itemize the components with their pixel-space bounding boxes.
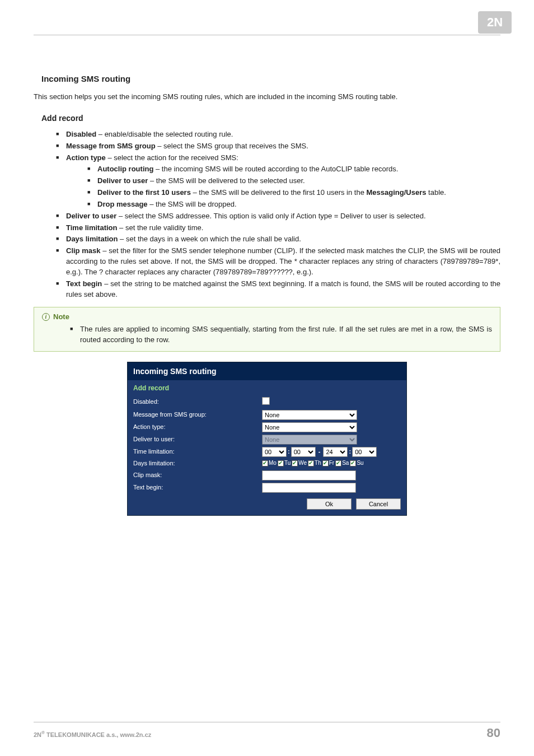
list-item: Drop message – the SMS will be dropped. xyxy=(87,199,500,210)
item-text: – select the action for the received SMS… xyxy=(106,153,238,162)
section-heading-add-record: Add record xyxy=(41,113,500,124)
item-text: – the SMS will be dropped. xyxy=(148,200,237,208)
list-item: Deliver to user – select the SMS address… xyxy=(56,211,500,222)
note-box: i Note The rules are applied to incoming… xyxy=(34,307,500,352)
msg-group-select[interactable]: None xyxy=(262,410,357,420)
time-h1-select[interactable]: 00 xyxy=(262,447,287,457)
add-record-list: Disabled – enable/disable the selected r… xyxy=(34,129,500,300)
day-checkbox-fr[interactable] xyxy=(322,460,329,466)
brand-logo: 2N xyxy=(478,11,512,34)
item-label: Deliver to user xyxy=(97,176,148,185)
day-label: We xyxy=(298,459,307,468)
item-label: Days limitation xyxy=(66,235,118,243)
day-checkbox-mo[interactable] xyxy=(262,460,268,466)
item-label: Autoclip routing xyxy=(97,165,153,173)
item-text: – select the SMS group that receives the… xyxy=(156,142,308,150)
list-item: Deliver to user – the SMS will be delive… xyxy=(87,176,500,186)
inner-list: Autoclip routing – the incoming SMS will… xyxy=(66,164,500,209)
day-label: Fr xyxy=(329,459,334,468)
item-label: Message from SMS group xyxy=(66,142,156,150)
intro-text: This section helps you set the incoming … xyxy=(34,92,500,102)
time-h2-select[interactable]: 24 xyxy=(323,447,348,457)
label-msg-group: Message from SMS group: xyxy=(133,410,262,419)
day-checkbox-su[interactable] xyxy=(350,460,356,466)
screenshot-panel: Incoming SMS routing Add record Disabled… xyxy=(127,362,407,516)
day-label: Su xyxy=(357,459,363,468)
item-label: Time limitation xyxy=(66,223,118,232)
svg-text:2N: 2N xyxy=(487,15,503,29)
item-label: Deliver to the first 10 users xyxy=(97,188,191,197)
list-item: Deliver to the first 10 users – the SMS … xyxy=(87,188,500,198)
colon-icon: : xyxy=(287,447,291,456)
day-label: Th xyxy=(315,459,321,468)
list-item: Message from SMS group – select the SMS … xyxy=(56,141,500,152)
day-checkbox-we[interactable] xyxy=(292,460,298,466)
item-text: – the SMS will be delivered to the selec… xyxy=(148,176,305,185)
label-days-limitation: Days limitation: xyxy=(133,459,262,468)
label-deliver-user: Deliver to user: xyxy=(133,435,262,444)
item-text: – select the SMS addressee. This option … xyxy=(116,212,425,220)
action-type-select[interactable]: None xyxy=(262,422,357,432)
item-text: – enable/disable the selected routing ru… xyxy=(96,130,233,138)
panel-subtitle: Add record xyxy=(128,380,406,395)
clip-mask-input[interactable] xyxy=(262,470,356,480)
item-label: Messaging/Users xyxy=(367,188,427,197)
note-title: Note xyxy=(53,312,69,323)
item-text: – set the rule validity time. xyxy=(118,223,204,232)
day-checkbox-tu[interactable] xyxy=(278,460,284,466)
item-label: Text begin xyxy=(66,279,102,288)
list-item: Autoclip routing – the incoming SMS will… xyxy=(87,164,500,175)
item-label: Clip mask xyxy=(66,246,101,255)
colon-icon: : xyxy=(348,447,352,456)
label-disabled: Disabled: xyxy=(133,398,262,407)
section-heading-incoming: Incoming SMS routing xyxy=(41,73,500,85)
time-m2-select[interactable]: 00 xyxy=(352,447,377,457)
label-time-limitation: Time limitation: xyxy=(133,447,262,456)
item-text: – the SMS will be delivered to the first… xyxy=(191,188,367,197)
item-text: table. xyxy=(426,188,446,197)
item-label: Deliver to user xyxy=(66,212,116,220)
day-checkbox-sa[interactable] xyxy=(335,460,341,466)
item-text: – set the filter for the SMS sender tele… xyxy=(66,246,500,276)
note-text: The rules are applied to incoming SMS se… xyxy=(70,324,492,346)
page-footer: 2N® TELEKOMUNIKACE a.s., www.2n.cz 80 xyxy=(34,722,500,740)
label-clip-mask: Clip mask: xyxy=(133,471,262,480)
panel-title: Incoming SMS routing xyxy=(128,362,406,380)
footer-left: 2N® TELEKOMUNIKACE a.s., www.2n.cz xyxy=(34,730,151,738)
deliver-user-select: None xyxy=(262,435,357,445)
list-item: Time limitation – set the rule validity … xyxy=(56,223,500,234)
day-label: Mo xyxy=(269,459,277,468)
item-text: – set the string to be matched against t… xyxy=(66,279,500,298)
time-m1-select[interactable]: 00 xyxy=(291,447,316,457)
disabled-checkbox[interactable] xyxy=(262,397,270,405)
label-action-type: Action type: xyxy=(133,423,262,432)
list-item: Disabled – enable/disable the selected r… xyxy=(56,129,500,140)
list-item: Days limitation – set the days in a week… xyxy=(56,234,500,245)
label-text-begin: Text begin: xyxy=(133,483,262,492)
note-heading: i Note xyxy=(42,312,492,323)
cancel-button[interactable]: Cancel xyxy=(356,498,401,510)
list-item: Text begin – set the string to be matche… xyxy=(56,279,500,300)
day-label: Tu xyxy=(284,459,291,468)
day-label: Sa xyxy=(342,459,349,468)
page-number: 80 xyxy=(487,726,500,740)
text-begin-input[interactable] xyxy=(262,483,356,493)
list-item: Action type – select the action for the … xyxy=(56,153,500,210)
dash-icon: - xyxy=(316,447,324,456)
ok-button[interactable]: Ok xyxy=(307,498,352,510)
day-checkbox-th[interactable] xyxy=(308,460,314,466)
list-item: Clip mask – set the filter for the SMS s… xyxy=(56,246,500,278)
info-icon: i xyxy=(42,313,50,321)
days-group: Mo Tu We Th Fr Sa Su xyxy=(262,459,401,468)
item-label: Action type xyxy=(66,153,106,162)
header-divider xyxy=(34,35,500,35)
item-text: – the incoming SMS will be routed accord… xyxy=(153,165,398,173)
item-text: – set the days in a week on which the ru… xyxy=(118,235,301,243)
item-label: Drop message xyxy=(97,200,148,208)
item-label: Disabled xyxy=(66,130,96,138)
